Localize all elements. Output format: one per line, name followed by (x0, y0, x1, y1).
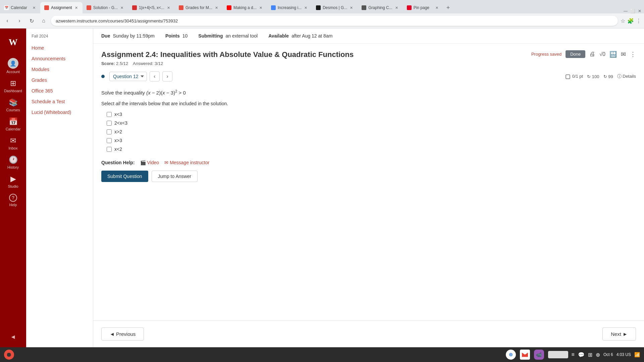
answer-checkbox-4[interactable] (107, 138, 112, 143)
answer-checkbox-5[interactable] (107, 147, 112, 152)
back-button[interactable]: ‹ (3, 16, 12, 25)
tab-calendar[interactable]: 📅 Calendar ✕ (0, 2, 40, 13)
due-field: Due Sunday by 11:59pm (101, 33, 155, 39)
tab-close[interactable]: ✕ (304, 5, 308, 11)
answer-checkbox-3[interactable] (107, 129, 112, 134)
sidebar-item-label: Dashboard (4, 89, 22, 93)
tab-graphing[interactable]: Graphing C... ✕ (358, 2, 402, 13)
tab-grades[interactable]: Grades for M... ✕ (175, 2, 223, 13)
toggle-icon[interactable]: 🔛 (609, 51, 617, 58)
done-button[interactable]: Done (566, 50, 585, 58)
tab-close[interactable]: ✕ (435, 5, 439, 11)
taskbar-screenrecorder-icon[interactable]: 📹 (534, 350, 544, 360)
course-nav-schedule[interactable]: Schedule a Test (26, 96, 93, 107)
answer-option-3[interactable]: x>2 (107, 129, 636, 134)
prev-question-button[interactable]: ‹ (150, 71, 160, 81)
tab-close[interactable]: ✕ (32, 5, 36, 11)
course-nav-announcements[interactable]: Announcements (26, 53, 93, 64)
answer-checkbox-1[interactable] (107, 112, 112, 117)
course-nav-grades[interactable]: Grades (26, 75, 93, 85)
video-help-link[interactable]: 🎬 Video (140, 160, 159, 165)
answered-label: Answered: (133, 61, 153, 66)
answer-option-5[interactable]: x<2 (107, 146, 636, 152)
answer-option-1[interactable]: x<3 (107, 112, 636, 117)
tab-close[interactable]: ✕ (259, 5, 263, 11)
tab-favicon-calendar: 📅 (4, 5, 9, 10)
help-icon: ? (9, 194, 17, 202)
course-nav-home[interactable]: Home (26, 43, 93, 53)
score-row: Score: 2.5/12 Answered: 3/12 (101, 61, 636, 66)
message-instructor-link[interactable]: ✉ Message instructor (164, 160, 209, 165)
answer-label-1: x<3 (114, 112, 122, 117)
tab-pin[interactable]: Pin page ✕ (403, 2, 443, 13)
awc-logo[interactable]: W (0, 28, 26, 55)
more-options-icon[interactable]: ⋮ (630, 51, 636, 58)
browser-controls: — ⬜ ✕ (624, 9, 644, 13)
restore-icon[interactable]: ⬜ (630, 9, 635, 13)
question-remaining: ↻ 99 (603, 74, 613, 79)
sidebar-item-inbox[interactable]: ✉ Inbox (0, 134, 26, 153)
previous-button[interactable]: ◄ Previous (101, 327, 144, 341)
menu-icon[interactable]: ⋮ (636, 18, 641, 24)
tab-assignment[interactable]: Assignment ✕ (40, 2, 83, 13)
home-button[interactable]: ⌂ (39, 16, 48, 25)
tab-close[interactable]: ✕ (166, 5, 171, 11)
tab-close[interactable]: ✕ (394, 5, 399, 11)
mail-icon[interactable]: ✉ (621, 51, 626, 58)
sqrt-icon: √0 (599, 51, 605, 57)
taskbar-recording-icon[interactable]: ⏺ (4, 350, 14, 360)
tab-close[interactable]: ✕ (74, 5, 78, 11)
tab-close[interactable]: ✕ (214, 5, 219, 11)
tab-increasing[interactable]: Increasing i... ✕ (267, 2, 312, 13)
sidebar-item-label: Studio (8, 184, 18, 188)
tab-close[interactable]: ✕ (120, 5, 124, 11)
sidebar-item-help[interactable]: ? Help (0, 191, 26, 209)
sidebar-item-history[interactable]: 🕐 History (0, 153, 26, 172)
tab-desmos[interactable]: Desmos | G... ✕ (312, 2, 358, 13)
question-selector[interactable]: Question 12 (109, 72, 147, 81)
new-tab-button[interactable]: + (443, 4, 453, 11)
tab-label: Assignment (51, 5, 72, 10)
video-icon: 🎬 (140, 160, 146, 165)
course-nav-office365[interactable]: Office 365 (26, 85, 93, 96)
minimize-icon[interactable]: — (624, 9, 628, 13)
forward-button[interactable]: › (15, 16, 24, 25)
question-instruction: Select all the intervals below that are … (101, 101, 636, 106)
tab-wolfram[interactable]: 1|x+4|<5, x<... ✕ (128, 2, 175, 13)
sidebar-item-account[interactable]: 👤 Account (0, 55, 26, 76)
submit-question-button[interactable]: Submit Question (101, 171, 148, 182)
tab-favicon-wolfram (132, 5, 137, 10)
reload-button[interactable]: ↻ (27, 16, 36, 25)
sidebar-item-studio[interactable]: ▶ Studio (0, 172, 26, 191)
print-icon[interactable]: 🖨 (589, 51, 595, 58)
sidebar-item-calendar[interactable]: 📅 Calendar (0, 115, 26, 134)
course-nav-modules[interactable]: Modules (26, 64, 93, 75)
answer-option-4[interactable]: x>3 (107, 138, 636, 143)
tab-close[interactable]: ✕ (349, 5, 354, 11)
bookmark-icon[interactable]: ☆ (621, 18, 625, 24)
tab-label: Solution - G... (93, 5, 118, 10)
address-input[interactable] (51, 16, 618, 26)
answer-checkbox-2[interactable] (107, 121, 112, 126)
question-actions: Submit Question Jump to Answer (101, 171, 636, 182)
taskbar-widget (548, 351, 568, 358)
sidebar-item-dashboard[interactable]: ⊞ Dashboard (0, 76, 26, 96)
taskbar-chrome-icon[interactable] (506, 350, 516, 360)
course-nav-lucid[interactable]: Lucid (Whiteboard) (26, 107, 93, 118)
sidebar-item-courses[interactable]: 📚 Courses (0, 96, 26, 115)
dashboard-icon: ⊞ (10, 79, 16, 88)
tab-making[interactable]: Making a d... ✕ (223, 2, 267, 13)
next-question-button[interactable]: › (162, 71, 172, 81)
question-help: Question Help: 🎬 Video ✉ Message instruc… (101, 160, 636, 165)
taskbar-gmail-icon[interactable] (520, 350, 530, 360)
answer-option-2[interactable]: 2<x<3 (107, 120, 636, 126)
taskbar-time: 4:03 US (616, 352, 631, 357)
tab-solution[interactable]: Solution - G... ✕ (83, 2, 128, 13)
next-button[interactable]: Next ► (602, 327, 636, 341)
taskbar-icon-sort: ≡ (572, 352, 575, 358)
close-icon[interactable]: ✕ (638, 9, 641, 13)
tab-label: Graphing C... (368, 5, 392, 10)
extension-icon[interactable]: 🧩 (627, 18, 634, 24)
collapse-sidebar-button[interactable]: ◄ (0, 329, 26, 345)
jump-to-answer-button[interactable]: Jump to Answer (152, 171, 198, 182)
